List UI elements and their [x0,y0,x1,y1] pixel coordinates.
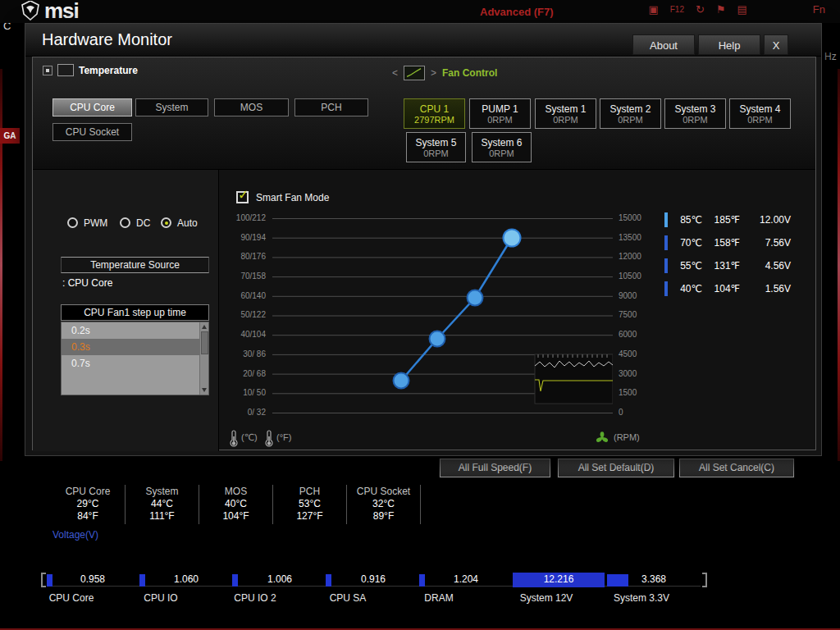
scrollbar-thumb[interactable] [201,331,208,354]
fan-button-system4[interactable]: System 4 0RPM [729,98,791,129]
radio-auto-label: Auto [177,217,198,229]
bracket-left [41,573,46,587]
radio-pwm-label: PWM [84,217,107,229]
radio-auto[interactable] [161,217,171,228]
step-option-03s[interactable]: 0.3s [62,339,208,355]
temp-button-system[interactable]: System [135,98,208,116]
fan-name: PUMP 1 [482,103,518,115]
all-full-speed-button[interactable]: All Full Speed(F) [440,459,550,477]
camera-icon[interactable]: ▤ [737,3,747,16]
temp-button-cpu-socket[interactable]: CPU Socket [52,123,132,141]
radio-dc-label: DC [136,217,150,229]
legend-voltage: 1.56V [743,283,791,294]
rpm-axis-ticks: 1500013500 1200010500 90007500 60004500 … [619,213,655,418]
fan-rpm: 0RPM [747,115,773,125]
rpm-unit-label: (RPM) [614,432,640,442]
all-set-cancel-button[interactable]: All Set Cancel(C) [679,459,794,477]
fan-curve-point-1[interactable] [394,373,409,389]
voltage-label-system33v: System 3.3V [600,592,682,604]
legend-celsius: 55℃ [673,260,702,272]
msi-logo: msi [21,1,79,21]
step-option-07s[interactable]: 0.7s [62,355,208,372]
thermometer-fahrenheit-icon [265,430,273,448]
temp-button-mos[interactable]: MOS [214,98,289,116]
fn-icon[interactable]: Fn [813,3,825,16]
legend-celsius: 40℃ [673,283,702,294]
fan-button-system6[interactable]: System 6 0RPM [472,132,532,162]
advanced-mode-label[interactable]: Advanced (F7) [480,6,554,18]
fan-name: System 3 [674,103,715,115]
radio-dc[interactable] [120,217,130,228]
top-bar-icons: ▣ F12 ↻ ⚑ ▤ Fn [648,3,825,16]
temperature-source-button[interactable]: Temperature Source [61,257,209,273]
fan-button-system5[interactable]: System 5 0RPM [406,132,466,162]
help-button[interactable]: Help [698,34,760,55]
dialog-title: Hardware Monitor [42,30,172,49]
fan-icon [596,431,609,445]
fan-curve-point-3[interactable] [468,290,483,306]
temperature-monitor-icon [57,64,74,76]
fan-button-system1[interactable]: System 1 0RPM [535,98,596,129]
chevron-left-icon[interactable]: < [392,67,398,79]
smart-fan-label: Smart Fan Mode [256,192,329,203]
fan-name: CPU 1 [420,103,449,115]
hardware-monitor-dialog: Hardware Monitor About Help X Temperatur… [25,23,822,456]
f12-icon[interactable]: F12 [670,5,684,14]
fan-curve-point-4[interactable] [504,230,521,247]
temp-button-pch[interactable]: PCH [294,98,368,116]
fan-button-system3[interactable]: System 3 0RPM [664,98,726,129]
fan-curve-chart [272,213,613,418]
about-button[interactable]: About [632,34,695,55]
fan-button-system2[interactable]: System 2 0RPM [600,98,661,129]
bios-top-bar: msi Advanced (F7) ▣ F12 ↻ ⚑ ▤ Fn [0,0,840,23]
voltage-label-system12v: System 12V [505,592,587,604]
voltage-label-cpu-io2: CPU IO 2 [214,592,296,604]
legend-celsius: 70℃ [673,237,702,249]
temp-readout-cpu-socket: CPU Socket32°C89°F [346,485,420,524]
rpm-history-inset [535,354,613,404]
voltage-value-cpu-sa: 0.916 [336,573,410,585]
celsius-unit-label: (℃) [241,432,258,443]
legend-voltage: 7.56V [743,237,791,249]
chevron-right-icon[interactable]: > [431,67,436,79]
fan-button-cpu1[interactable]: CPU 1 2797RPM [404,98,465,129]
voltage-bar-icon [139,574,145,587]
voltage-readouts: 0.958 1.060 1.006 0.916 1.204 12.216 3.3… [41,572,707,608]
close-button[interactable]: X [764,34,788,55]
temperature-section-title: Temperature [79,65,138,76]
fan-rpm: 0RPM [487,115,513,125]
voltage-value-system33v: 3.368 [617,573,691,585]
fan-rpm: 0RPM [618,115,643,125]
fan-rpm: 0RPM [682,115,708,125]
fan-control-title: Fan Control [442,67,497,79]
temperature-readouts: CPU Core29°C84°F System44°C111°F MOS40°C… [51,485,421,524]
fan-control-section-header: < > Fan Control [392,66,497,80]
all-set-default-button[interactable]: All Set Default(D) [558,459,674,477]
step-list-scrollbar[interactable] [199,322,208,395]
screenshot-icon[interactable]: ▣ [648,3,658,16]
scroll-down-icon[interactable] [202,388,207,392]
refresh-icon[interactable]: ↻ [696,3,705,16]
temperature-axis-ticks: 100/21290/194 80/17670/158 60/14050/122 … [220,213,266,418]
thermometer-celsius-icon [230,430,238,448]
temp-readout-cpu-core: CPU Core29°C84°F [51,485,125,524]
radio-pwm[interactable] [67,217,78,228]
step-option-02s[interactable]: 0.2s [62,322,208,339]
voltage-label-cpu-sa: CPU SA [307,592,389,604]
voltage-value-cpu-io: 1.060 [149,573,223,585]
checkmark-icon: ✓ [238,187,249,203]
fan-button-pump1[interactable]: PUMP 1 0RPM [469,98,531,129]
axis-units-row: (℃) (°F) (RPM) [33,428,623,450]
voltage-value-dram: 1.204 [429,573,503,585]
fan-name: System 1 [545,103,586,115]
voltage-highlight-system12v: 12.216 [513,573,605,587]
msi-dragon-icon [21,1,39,21]
smart-fan-checkbox[interactable]: ✓ [236,191,249,203]
temp-button-cpu-core[interactable]: CPU Core [52,98,132,116]
step-up-time-header: CPU Fan1 step up time [61,304,209,321]
fan-curve-point-2[interactable] [430,331,445,347]
voltage-bar-icon [326,574,331,587]
voltage-value-system12v: 12.216 [522,573,596,585]
flag-icon[interactable]: ⚑ [716,3,726,16]
scroll-up-icon[interactable] [202,325,207,329]
